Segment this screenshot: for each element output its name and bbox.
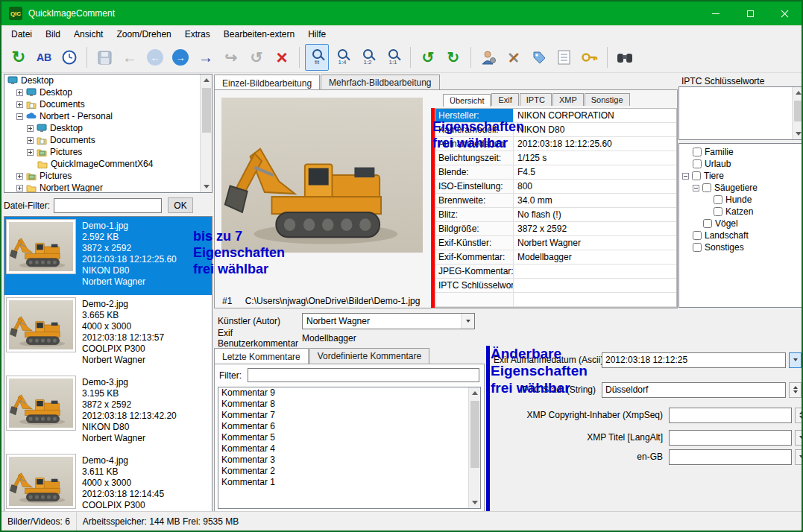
keywords-listbox[interactable] [678, 86, 803, 140]
collapse-icon[interactable] [16, 113, 23, 120]
next-image-button[interactable]: → [194, 44, 218, 71]
keyword-checkbox[interactable] [693, 243, 702, 252]
property-row[interactable]: Kameramodell:NIKON D80 [435, 123, 676, 137]
exif-date-input[interactable] [602, 352, 786, 368]
scrollbar-thumb[interactable] [794, 101, 803, 121]
folder-tree-item-norbert-personal[interactable]: Norbert - Personal [4, 110, 212, 122]
minimize-button[interactable] [699, 1, 733, 25]
rename-button[interactable]: AB [32, 44, 56, 71]
combo-arrow-zone[interactable] [461, 314, 474, 329]
zoom-1-1-button[interactable]: 1:1 [381, 44, 405, 71]
file-item-demo-2[interactable]: Demo-2.jpg 3.665 KB 4000 x 3000 2012:03:… [4, 295, 212, 373]
previous-image-button[interactable]: ← [118, 44, 142, 71]
expand-icon[interactable] [27, 125, 34, 132]
folder-tree-item-norbert-wagner[interactable]: Norbert Wagner [4, 182, 212, 193]
keyword-checkbox[interactable] [703, 219, 712, 228]
keyword-item-katzen[interactable]: Katzen [682, 206, 803, 218]
folder-tree-item-personal-pictures[interactable]: Pictures [4, 146, 212, 158]
tab-vordefinierte-kommentare[interactable]: Vordefinierte Kommentare [309, 348, 429, 364]
artist-combobox[interactable]: Norbert Wagner [302, 313, 475, 329]
tag-button[interactable] [527, 44, 551, 71]
usercomment-value[interactable]: Modellbagger [302, 333, 356, 343]
back-button[interactable]: ← [143, 44, 167, 71]
tab-exif[interactable]: Exif [491, 93, 518, 106]
clock-button[interactable] [57, 44, 81, 71]
keyword-item-sonstiges[interactable]: Sonstiges [682, 241, 803, 253]
keyword-item-hunde[interactable]: Hunde [682, 194, 803, 206]
xmp-title-input[interactable] [669, 430, 792, 446]
notes-button[interactable] [552, 44, 576, 71]
keyword-checkbox[interactable] [693, 148, 702, 156]
tab-iptc[interactable]: IPTC [520, 93, 552, 106]
rotate-right-button[interactable]: ↻ [441, 44, 465, 71]
keyword-checkbox[interactable] [714, 207, 722, 216]
comment-item[interactable]: Kommentar 3 [218, 455, 480, 466]
zoom-fit-button[interactable]: fit [305, 44, 329, 71]
close-button[interactable] [767, 1, 802, 25]
folder-tree-item-quickimagecommentx64[interactable]: QuickImageCommentX64 [4, 158, 212, 170]
tab-uebersicht[interactable]: Übersicht [443, 94, 491, 107]
lang-dropdown-button[interactable] [795, 449, 803, 465]
filter-ok-button[interactable]: OK [168, 197, 193, 213]
expand-icon[interactable] [27, 137, 34, 144]
title-dropdown-button[interactable] [795, 430, 803, 446]
key-button[interactable] [578, 44, 602, 71]
property-row[interactable]: JPEG-Kommentar: [435, 265, 676, 279]
menu-hilfe[interactable]: Hilfe [301, 26, 333, 42]
comment-item[interactable]: Kommentar 5 [218, 432, 480, 443]
keyword-checkbox[interactable] [693, 159, 702, 168]
keyword-checkbox[interactable] [702, 183, 711, 192]
lang-value-input[interactable] [669, 449, 792, 465]
comment-item[interactable]: Kommentar 6 [218, 421, 480, 432]
collapse-icon[interactable] [693, 185, 699, 191]
keyword-item-landschaft[interactable]: Landschaft [682, 229, 803, 241]
property-row[interactable]: Exif-Künstler:Norbert Wagner [435, 236, 676, 250]
goto-button[interactable]: ↪ [219, 44, 243, 71]
property-row[interactable]: Aufnahmedatum:2012:03:18 12:12:25.60 [435, 137, 676, 151]
keyword-checkbox[interactable] [693, 231, 702, 240]
keywords-scrollbar[interactable] [792, 87, 803, 139]
iptc-city-input[interactable] [602, 382, 786, 398]
save-button[interactable] [92, 44, 116, 71]
folder-tree-scrollbar[interactable] [200, 75, 212, 192]
comments-scrollbar[interactable] [468, 387, 480, 508]
maximize-button[interactable] [733, 1, 767, 25]
keyword-checkbox[interactable] [692, 171, 701, 180]
menu-datei[interactable]: Datei [4, 26, 39, 42]
menu-bild[interactable]: Bild [39, 26, 67, 42]
expand-icon[interactable] [16, 101, 23, 108]
search-button[interactable] [613, 44, 637, 71]
date-dropdown-button[interactable] [789, 352, 802, 368]
property-row[interactable]: Blende:F4.5 [435, 165, 676, 180]
folder-tree-item-documents[interactable]: Documents [4, 98, 212, 110]
tab-sonstige[interactable]: Sonstige [585, 93, 630, 106]
folder-tree-item-desktop-root[interactable]: Desktop [4, 75, 212, 86]
comment-item[interactable]: Kommentar 7 [218, 410, 480, 421]
image-preview[interactable] [217, 95, 427, 288]
folder-tree-item-personal-documents[interactable]: Documents [4, 134, 212, 146]
delete-button[interactable]: × [270, 44, 294, 71]
property-row[interactable]: Exif-Kommentar:Modellbagger [435, 250, 676, 265]
tab-letzte-kommentare[interactable]: Letzte Kommentare [214, 348, 309, 364]
keyword-item-saeugetiere[interactable]: Säugetiere [682, 182, 803, 194]
user-settings-button[interactable] [476, 44, 500, 71]
property-row[interactable]: ISO-Einstellung:800 [435, 180, 676, 194]
undo-button[interactable]: ↺ [245, 44, 268, 71]
zoom-1-2-button[interactable]: 1:2 [356, 44, 380, 71]
property-row[interactable]: Blitz:No flash (!) [435, 208, 676, 222]
keyword-item-voegel[interactable]: Vögel [682, 218, 803, 229]
property-row[interactable]: Hersteller:NIKON CORPORATION [435, 109, 676, 123]
tab-xmp[interactable]: XMP [552, 93, 584, 106]
keyword-item-urlaub[interactable]: Urlaub [682, 158, 803, 170]
file-item-demo-1[interactable]: Demo-1.jpg 2.592 KB 3872 x 2592 2012:03:… [4, 217, 212, 295]
folder-tree-item-pictures[interactable]: Pictures [4, 170, 212, 182]
scrollbar-thumb[interactable] [470, 401, 479, 468]
folder-tree-item-personal-desktop[interactable]: Desktop [4, 122, 212, 134]
menu-zoom-drehen[interactable]: Zoom/Drehen [110, 26, 177, 42]
file-filter-input[interactable] [54, 198, 162, 213]
city-spinner[interactable] [789, 382, 802, 398]
comment-item[interactable]: Kommentar 9 [218, 387, 480, 399]
comments-filter-input[interactable] [248, 368, 479, 382]
comment-item[interactable]: Kommentar 8 [218, 399, 480, 410]
file-item-demo-3[interactable]: Demo-3.jpg 3.195 KB 3872 x 2592 2012:03:… [4, 373, 212, 452]
